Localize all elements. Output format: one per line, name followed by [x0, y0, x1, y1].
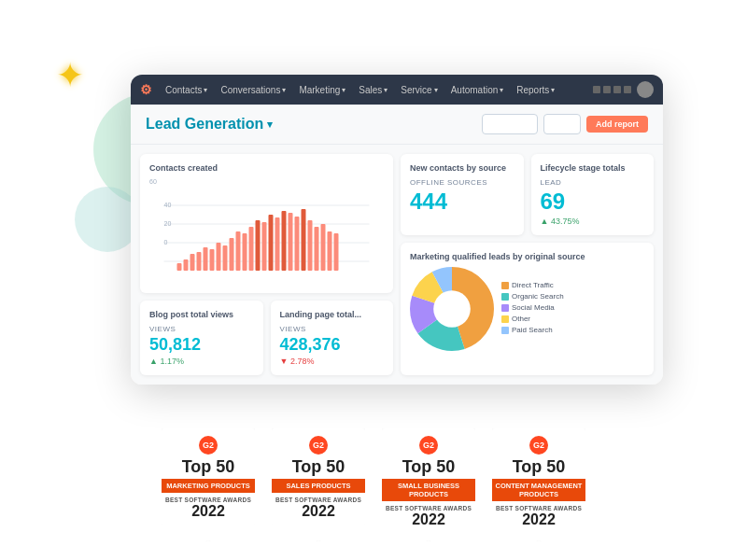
- nav-contacts[interactable]: Contacts ▾: [165, 85, 207, 95]
- legend-item-5: Paid Search: [501, 326, 564, 334]
- dash-header: Lead Generation ▾ Add report: [131, 105, 663, 145]
- award-top-3: G2 Top 50: [492, 428, 585, 479]
- award-top-2: G2 Top 50: [382, 428, 475, 479]
- svg-point-37: [433, 290, 471, 328]
- contacts-created-title: Contacts created: [149, 163, 384, 173]
- new-contacts-title: New contacts by source: [410, 163, 514, 173]
- bar-chart-svg: 40 20 0: [149, 187, 384, 280]
- svg-rect-28: [315, 227, 319, 271]
- lifecycle-title: Lifecycle stage totals: [541, 163, 645, 173]
- landing-page-title: Landing page total...: [280, 310, 385, 319]
- nav-avatar[interactable]: [637, 81, 654, 98]
- mq-leads-title: Marketing qualified leads by original so…: [410, 252, 644, 261]
- g2-logo-3: G2: [529, 436, 548, 455]
- lifecycle-subtitle: LEAD: [541, 178, 645, 187]
- award-badge-0: G2 Top 50 Marketing Products BEST SOFTWA…: [162, 428, 255, 541]
- legend-dot-4: [501, 315, 509, 323]
- nav-sales[interactable]: Sales ▾: [359, 85, 388, 95]
- award-ribbon-0: Marketing Products: [162, 479, 255, 493]
- award-year-3: 2022: [494, 511, 584, 528]
- svg-rect-25: [295, 217, 300, 271]
- dashboard-body: Contacts created 60 40 20 0: [131, 145, 663, 385]
- sparkle-icon: ✦: [56, 56, 84, 95]
- blog-post-subtitle: VIEWS: [149, 325, 254, 333]
- award-best-software-2: BEST SOFTWARE AWARDS: [384, 505, 473, 511]
- nav-marketing[interactable]: Marketing ▾: [299, 85, 345, 95]
- nav-dot-3: [613, 86, 621, 93]
- date-range-button-2[interactable]: [543, 114, 581, 134]
- svg-rect-18: [249, 227, 254, 271]
- legend-item-4: Other: [501, 315, 564, 323]
- nav-logo: ⚙: [140, 82, 152, 97]
- dashboard-title[interactable]: Lead Generation ▾: [146, 116, 273, 133]
- g2-logo-0: G2: [199, 436, 218, 455]
- dash-actions: Add report: [482, 114, 648, 134]
- svg-rect-10: [197, 252, 202, 271]
- svg-rect-17: [243, 233, 247, 271]
- svg-rect-29: [321, 224, 326, 271]
- svg-rect-24: [289, 213, 293, 271]
- award-top-0: G2 Top 50: [162, 428, 255, 479]
- landing-page-change: ▼ 2.78%: [280, 357, 385, 366]
- dashboard-card: ⚙ Contacts ▾ Conversations ▾ Marketing ▾…: [131, 75, 663, 385]
- svg-rect-11: [204, 247, 208, 271]
- nav-dots: [593, 86, 631, 93]
- nav-right: [593, 81, 654, 98]
- svg-rect-13: [217, 243, 221, 271]
- svg-rect-31: [334, 233, 339, 271]
- blog-post-change: ▲ 1.17%: [149, 357, 254, 366]
- lifecycle-widget: Lifecycle stage totals LEAD 69 ▲ 43.75%: [531, 154, 655, 235]
- svg-rect-14: [223, 245, 228, 271]
- new-contacts-widget: New contacts by source OFFLINE SOURCES 4…: [401, 154, 524, 235]
- svg-rect-9: [190, 254, 195, 271]
- nav-bar: ⚙ Contacts ▾ Conversations ▾ Marketing ▾…: [131, 75, 663, 105]
- legend-item-3: Social Media: [501, 303, 564, 312]
- date-range-button-1[interactable]: [482, 114, 538, 134]
- legend-dot-5: [501, 327, 509, 334]
- legend-label-2: Organic Search: [512, 292, 564, 301]
- svg-rect-16: [236, 231, 241, 271]
- award-bottom-1: BEST SOFTWARE AWARDS 2022: [272, 493, 365, 522]
- chart-label-high: 60: [149, 178, 384, 185]
- svg-rect-23: [282, 211, 287, 271]
- pie-container: Direct Traffic Organic Search Social Med…: [410, 267, 644, 351]
- svg-rect-27: [308, 220, 313, 271]
- svg-rect-22: [275, 217, 280, 271]
- contacts-created-widget: Contacts created 60 40 20 0: [140, 154, 393, 293]
- g2-logo-2: G2: [419, 436, 438, 455]
- svg-rect-7: [177, 263, 182, 271]
- legend-label-4: Other: [512, 315, 530, 323]
- new-contacts-subtitle: OFFLINE SOURCES: [410, 178, 514, 187]
- landing-page-value: 428,376: [280, 335, 385, 355]
- award-top50-3: Top 50: [498, 458, 580, 475]
- lifecycle-change: ▲ 43.75%: [541, 217, 645, 226]
- nav-reports[interactable]: Reports ▾: [516, 85, 555, 95]
- legend-item-2: Organic Search: [501, 292, 564, 301]
- svg-rect-26: [302, 209, 306, 271]
- mq-leads-widget: Marketing qualified leads by original so…: [401, 243, 654, 375]
- awards-section: G2 Top 50 Marketing Products BEST SOFTWA…: [162, 428, 585, 541]
- svg-text:0: 0: [164, 239, 168, 245]
- award-best-software-3: BEST SOFTWARE AWARDS: [494, 505, 584, 511]
- svg-rect-20: [262, 222, 267, 271]
- svg-rect-19: [256, 220, 261, 271]
- svg-rect-21: [269, 215, 274, 271]
- legend-item-1: Direct Traffic: [501, 281, 564, 289]
- award-bottom-3: BEST SOFTWARE AWARDS 2022: [492, 501, 585, 530]
- add-report-button[interactable]: Add report: [586, 116, 648, 133]
- svg-rect-8: [184, 259, 189, 271]
- pie-legend: Direct Traffic Organic Search Social Med…: [501, 281, 564, 337]
- award-year-2: 2022: [384, 511, 473, 528]
- nav-automation[interactable]: Automation ▾: [451, 85, 504, 95]
- nav-service[interactable]: Service ▾: [401, 85, 437, 95]
- g2-logo-1: G2: [309, 436, 328, 455]
- svg-rect-15: [230, 238, 234, 271]
- blog-post-value: 50,812: [149, 335, 254, 355]
- dashboard-title-text: Lead Generation: [146, 116, 263, 133]
- award-ribbon-1: Sales Products: [272, 479, 365, 493]
- svg-text:20: 20: [164, 220, 172, 227]
- legend-dot-1: [501, 282, 509, 289]
- nav-conversations[interactable]: Conversations ▾: [220, 85, 286, 95]
- legend-dot-3: [501, 304, 509, 312]
- award-top50-0: Top 50: [167, 458, 249, 475]
